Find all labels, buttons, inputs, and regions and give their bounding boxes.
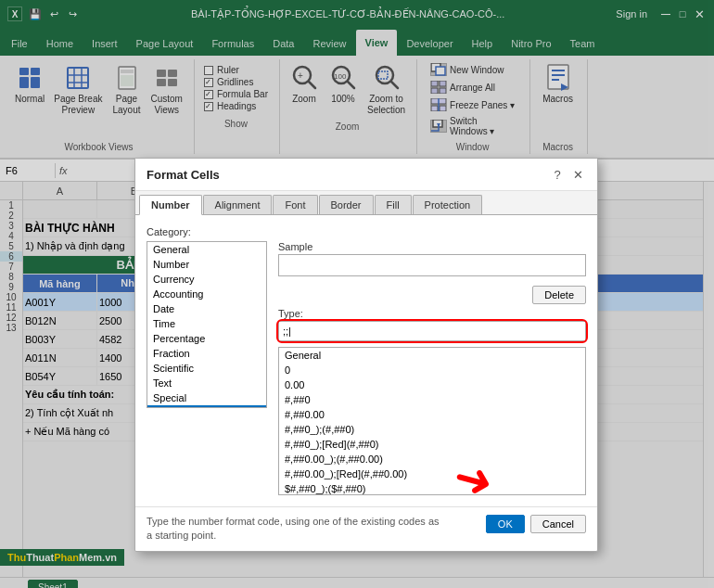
sample-box (278, 254, 586, 276)
type-label: Type: (278, 308, 586, 319)
dialog-tabs: Number Alignment Font Border Fill Protec… (135, 191, 597, 215)
dialog-title-text: Format Cells (147, 168, 220, 182)
cat-currency[interactable]: Currency (147, 272, 266, 287)
type-item-acc2[interactable]: #,##0_);[Red](#,##0) (279, 437, 585, 452)
type-item-general[interactable]: General (279, 348, 585, 363)
dialog-tab-border[interactable]: Border (319, 195, 374, 214)
dialog-tab-fill[interactable]: Fill (375, 195, 412, 214)
category-list[interactable]: General Number Currency Accounting Date … (147, 241, 267, 408)
type-input-wrap (278, 321, 586, 341)
category-label: Category: (147, 226, 586, 237)
cancel-btn[interactable]: Cancel (530, 515, 586, 533)
dialog-overlay: Format Cells ? ✕ Number Alignment Font B… (0, 0, 714, 588)
format-cells-dialog: Format Cells ? ✕ Number Alignment Font B… (134, 158, 598, 552)
type-item-acc1[interactable]: #,##0_);(#,##0) (279, 422, 585, 437)
dialog-tab-protection[interactable]: Protection (413, 195, 483, 214)
type-item-acc4[interactable]: #,##0.00_);[Red](#,##0.00) (279, 467, 585, 481)
type-list[interactable]: General 0 0.00 #,##0 #,##0.00 #,##0_);(#… (278, 347, 586, 495)
sample-label: Sample (278, 241, 586, 252)
type-item-dollar1[interactable]: $#,##0_);($#,##0) (279, 481, 585, 495)
cat-text[interactable]: Text (147, 376, 266, 390)
cat-percentage[interactable]: Percentage (147, 331, 266, 346)
dialog-tab-alignment[interactable]: Alignment (203, 195, 273, 214)
cat-general[interactable]: General (147, 242, 266, 257)
ok-btn[interactable]: OK (486, 515, 525, 533)
type-item-0[interactable]: 0 (279, 363, 585, 377)
right-panel: Sample Delete Type: General 0 0.00 (278, 241, 586, 495)
type-item-hash0[interactable]: #,##0 (279, 392, 585, 407)
footer-hint: Type the number format code, using one o… (147, 515, 443, 543)
cat-accounting[interactable]: Accounting (147, 287, 266, 301)
type-item-hash0.00[interactable]: #,##0.00 (279, 407, 585, 422)
cat-fraction[interactable]: Fraction (147, 346, 266, 361)
cat-scientific[interactable]: Scientific (147, 361, 266, 376)
dialog-body: Category: General Number Currency Accoun… (135, 215, 597, 506)
delete-btn[interactable]: Delete (532, 286, 586, 304)
footer-buttons: OK Cancel (486, 515, 586, 533)
dialog-title-bar: Format Cells ? ✕ (135, 159, 597, 191)
dialog-two-col: General Number Currency Accounting Date … (147, 241, 586, 495)
dialog-help-btn[interactable]: ? (549, 166, 566, 183)
cat-custom[interactable]: Custom (147, 405, 266, 408)
type-item-0.00[interactable]: 0.00 (279, 377, 585, 392)
dialog-close-btn[interactable]: ✕ (569, 166, 586, 183)
type-input[interactable] (278, 321, 586, 341)
cat-date[interactable]: Date (147, 301, 266, 316)
dialog-tab-font[interactable]: Font (273, 195, 317, 214)
dialog-footer: Type the number format code, using one o… (135, 506, 597, 551)
dialog-tab-number[interactable]: Number (139, 195, 202, 215)
type-item-acc3[interactable]: #,##0.00_);(#,##0.00) (279, 452, 585, 467)
cat-special[interactable]: Special (147, 390, 266, 405)
cat-number[interactable]: Number (147, 257, 266, 272)
cat-time[interactable]: Time (147, 316, 266, 331)
dialog-title-buttons: ? ✕ (549, 166, 586, 183)
